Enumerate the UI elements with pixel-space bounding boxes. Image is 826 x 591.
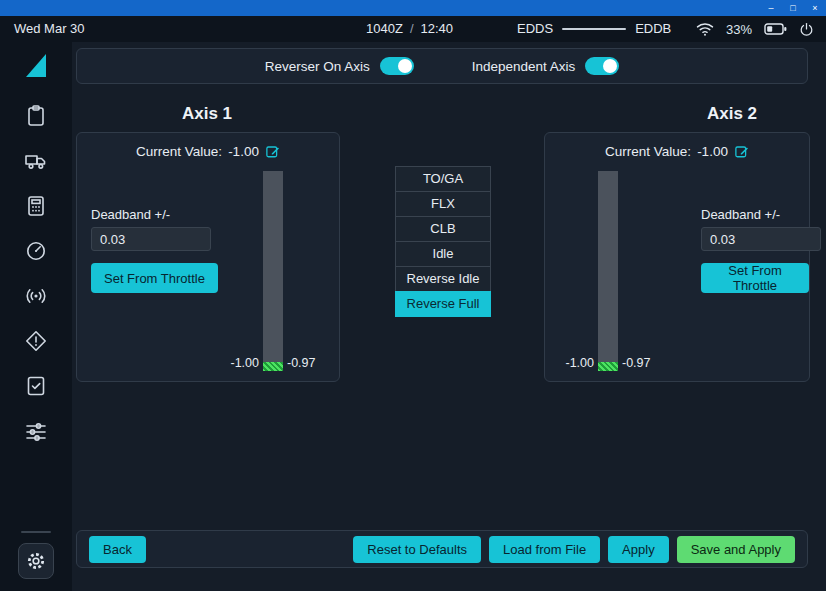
checklist-icon	[24, 374, 48, 398]
sidebar-item-clipboard[interactable]	[24, 104, 48, 128]
independent-axis-toggle[interactable]	[585, 57, 619, 75]
axis1-deadband-marker	[263, 362, 283, 371]
detent-item-idle[interactable]: Idle	[395, 241, 491, 267]
reverser-toggle-label: Reverser On Axis	[265, 59, 370, 74]
toggle-knob	[398, 59, 412, 73]
gear-icon	[25, 550, 47, 572]
sidebar	[0, 42, 72, 591]
reverser-axis-toggle[interactable]	[380, 57, 414, 75]
toggle-knob	[603, 59, 617, 73]
axis1-current-value-row: Current Value: -1.00	[77, 144, 339, 159]
sidebar-item-ground-services[interactable]	[24, 149, 48, 173]
battery-icon	[764, 23, 787, 35]
sidebar-item-performance[interactable]	[24, 239, 48, 263]
footer-action-bar: Back Reset to Defaults Load from File Ap…	[76, 530, 808, 568]
detent-item-reverse-full[interactable]: Reverse Full	[395, 291, 491, 317]
utc-time: 1040Z	[366, 21, 403, 36]
main-content: Reverser On Axis Independent Axis Axis 1…	[72, 42, 826, 591]
status-right-cluster: 33%	[696, 16, 814, 42]
current-value-label: Current Value:	[605, 144, 691, 159]
edit-icon[interactable]	[734, 144, 749, 159]
axis1-card: Current Value: -1.00 Deadband +/- Set Fr…	[76, 132, 340, 382]
axis2-bar-max-label: -0.97	[622, 356, 651, 370]
sidebar-bottom	[18, 531, 54, 579]
local-time: 12:40	[421, 21, 454, 36]
app-logo-icon	[21, 52, 51, 84]
deadband-label: Deadband +/-	[701, 207, 780, 222]
sidebar-nav	[24, 104, 48, 443]
detent-item-flx[interactable]: FLX	[395, 191, 491, 217]
deadband-label: Deadband +/-	[91, 207, 170, 222]
reset-to-defaults-button[interactable]: Reset to Defaults	[353, 536, 481, 563]
sidebar-item-failures[interactable]	[24, 329, 48, 353]
detent-item-reverse-idle[interactable]: Reverse Idle	[395, 266, 491, 292]
status-bar: Wed Mar 30 1040Z / 12:40 EDDS EDDB 33%	[0, 16, 826, 42]
titlebar: – □ ×	[0, 0, 826, 16]
sidebar-item-options[interactable]	[24, 419, 48, 443]
current-value-label: Current Value:	[136, 144, 222, 159]
detent-list: TO/GA FLX CLB Idle Reverse Idle Reverse …	[395, 166, 491, 317]
current-value: -1.00	[228, 144, 259, 159]
axis1-bar-max-label: -0.97	[287, 356, 316, 370]
axis2-set-from-throttle-button[interactable]: Set From Throttle	[701, 263, 809, 293]
axis2-deadband-marker	[598, 362, 618, 371]
truck-icon	[24, 149, 48, 173]
axis1-bar-min-label: -1.00	[215, 356, 259, 370]
axis2-bar-min-label: -1.00	[549, 356, 594, 370]
minimize-button[interactable]: –	[760, 0, 782, 16]
axis1-heading: Axis 1	[72, 104, 342, 124]
independent-toggle-label: Independent Axis	[472, 59, 576, 74]
flight-route: EDDS EDDB	[517, 21, 671, 36]
detent-item-toga[interactable]: TO/GA	[395, 166, 491, 192]
apply-button[interactable]: Apply	[608, 536, 669, 563]
alert-icon	[24, 329, 48, 353]
sidebar-item-settings[interactable]	[18, 543, 54, 579]
route-origin: EDDS	[517, 21, 553, 36]
app-window: – □ × Wed Mar 30 1040Z / 12:40 EDDS EDDB	[0, 0, 826, 591]
battery-percent: 33%	[726, 22, 752, 37]
sidebar-item-checklist[interactable]	[24, 374, 48, 398]
axis2-card: Current Value: -1.00 Deadband +/- Set Fr…	[544, 132, 810, 382]
clipboard-icon	[24, 104, 48, 128]
time-separator: /	[410, 21, 414, 36]
power-icon[interactable]	[799, 22, 814, 37]
load-from-file-button[interactable]: Load from File	[489, 536, 600, 563]
calculator-icon	[24, 194, 48, 218]
footer-right-buttons: Reset to Defaults Load from File Apply S…	[353, 536, 795, 563]
sliders-icon	[24, 419, 48, 443]
current-value: -1.00	[697, 144, 728, 159]
gauge-icon	[24, 239, 48, 263]
axis1-set-from-throttle-button[interactable]: Set From Throttle	[91, 263, 218, 293]
axis2-deadband-input[interactable]	[701, 227, 821, 251]
close-button[interactable]: ×	[804, 0, 826, 16]
sidebar-item-radio[interactable]	[24, 284, 48, 308]
axis2-value-bar	[598, 171, 618, 371]
status-time: 1040Z / 12:40	[366, 21, 453, 36]
back-button[interactable]: Back	[89, 536, 146, 563]
save-and-apply-button[interactable]: Save and Apply	[677, 536, 795, 563]
reverser-toggle-group: Reverser On Axis	[265, 57, 414, 75]
route-destination: EDDB	[635, 21, 671, 36]
edit-icon[interactable]	[265, 144, 280, 159]
axis-options-bar: Reverser On Axis Independent Axis	[76, 48, 808, 84]
axis1-deadband-input[interactable]	[91, 227, 211, 251]
sidebar-divider	[21, 531, 51, 533]
broadcast-icon	[24, 284, 48, 308]
independent-toggle-group: Independent Axis	[472, 57, 620, 75]
axis2-heading: Axis 2	[597, 104, 826, 124]
maximize-button[interactable]: □	[782, 0, 804, 16]
status-date: Wed Mar 30	[14, 21, 85, 36]
wifi-icon	[696, 22, 714, 37]
axis1-value-bar	[263, 171, 283, 371]
axis2-current-value-row: Current Value: -1.00	[545, 144, 809, 159]
route-progress-line	[562, 28, 626, 30]
sidebar-item-calculator[interactable]	[24, 194, 48, 218]
detent-item-clb[interactable]: CLB	[395, 216, 491, 242]
